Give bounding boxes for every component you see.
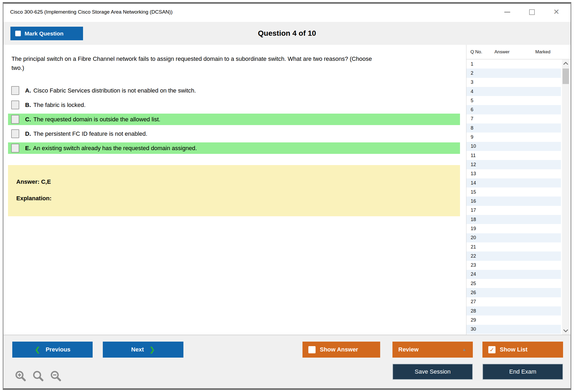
- title-bar: Cisco 300-625 (Implementing Cisco Storag…: [3, 4, 571, 22]
- question-number: 4: [466, 89, 473, 94]
- show-list-checkbox-icon: ✓: [488, 346, 496, 353]
- question-list-row[interactable]: 28: [466, 306, 561, 315]
- option-b-letter: B.: [25, 102, 31, 108]
- option-c-checkbox[interactable]: [11, 115, 19, 124]
- question-list-row[interactable]: 13: [466, 169, 561, 178]
- question-list-sidebar: Q No. Answer Marked 12345678910111213141…: [466, 45, 571, 335]
- scroll-down-icon[interactable]: [562, 327, 569, 335]
- scrollbar-thumb[interactable]: [563, 69, 569, 84]
- question-list-row[interactable]: 1: [466, 59, 561, 69]
- question-list-header: Q No. Answer Marked: [466, 45, 571, 59]
- option-row-b[interactable]: B.The fabric is locked.: [8, 99, 460, 111]
- review-button[interactable]: Review ▲: [392, 342, 473, 358]
- question-list-row[interactable]: 5: [466, 96, 561, 105]
- question-list-row[interactable]: 18: [466, 215, 561, 224]
- column-answer: Answer: [494, 49, 535, 55]
- exam-window: Cisco 300-625 (Implementing Cisco Storag…: [3, 2, 571, 390]
- question-number: 23: [466, 262, 476, 268]
- option-d-letter: D.: [25, 130, 31, 137]
- question-number: 20: [466, 235, 476, 241]
- previous-chevron-icon: ❮: [34, 346, 40, 353]
- maximize-icon: [529, 9, 535, 15]
- question-list-body: 1234567891011121314151617181920212223242…: [466, 59, 561, 334]
- question-list-row[interactable]: 23: [466, 261, 561, 270]
- question-number: 14: [466, 180, 476, 186]
- zoom-reset-icon[interactable]: [32, 370, 45, 383]
- question-list-row[interactable]: 11: [466, 151, 561, 160]
- question-list-row[interactable]: 3: [466, 78, 561, 87]
- question-list-row[interactable]: 24: [466, 270, 561, 279]
- question-number: 5: [466, 98, 473, 103]
- question-list-row[interactable]: 7: [466, 114, 561, 123]
- answer-box: Answer: C,E Explanation:: [8, 165, 460, 216]
- question-list-row[interactable]: 15: [466, 187, 561, 197]
- question-list-row[interactable]: 19: [466, 224, 561, 233]
- answer-label: Answer: C,E: [16, 178, 460, 185]
- option-e-checkbox[interactable]: [11, 144, 19, 153]
- question-number: 9: [466, 134, 473, 140]
- question-list-row[interactable]: 20: [466, 233, 561, 242]
- question-number: 30: [466, 326, 476, 332]
- mark-question-label: Mark Question: [25, 30, 64, 37]
- option-a-text: Cisco Fabric Services distribution is no…: [33, 87, 196, 94]
- show-answer-button[interactable]: Show Answer: [302, 342, 380, 358]
- option-row-c[interactable]: C.The requested domain is outside the al…: [8, 114, 460, 125]
- question-list-row[interactable]: 25: [466, 279, 561, 288]
- option-a-checkbox[interactable]: [11, 86, 19, 95]
- next-label: Next: [131, 346, 144, 353]
- mark-question-checkbox-icon: [15, 31, 21, 36]
- scroll-up-icon[interactable]: [562, 59, 569, 67]
- question-list-row[interactable]: 27: [466, 297, 561, 306]
- next-chevron-icon: ❯: [149, 346, 155, 353]
- question-list-row[interactable]: 2: [466, 69, 561, 78]
- zoom-out-icon[interactable]: [49, 370, 62, 383]
- question-list-row[interactable]: 29: [466, 315, 561, 325]
- question-list-row[interactable]: 16: [466, 197, 561, 206]
- previous-label: Previous: [46, 346, 70, 353]
- next-button[interactable]: Next ❯: [103, 342, 183, 358]
- show-list-button[interactable]: ✓ Show List: [482, 342, 563, 358]
- show-list-label: Show List: [500, 346, 528, 353]
- save-session-button[interactable]: Save Session: [392, 364, 473, 380]
- zoom-in-icon[interactable]: [14, 370, 27, 383]
- question-list-row[interactable]: 8: [466, 123, 561, 133]
- close-button[interactable]: ✕: [552, 8, 560, 16]
- option-row-d[interactable]: D.The persistent FC ID feature is not en…: [8, 128, 460, 139]
- question-number: 7: [466, 116, 473, 122]
- question-list-row[interactable]: 4: [466, 87, 561, 96]
- question-number: 19: [466, 226, 476, 231]
- column-qno: Q No.: [466, 49, 494, 55]
- question-list-row[interactable]: 30: [466, 325, 561, 334]
- column-marked: Marked: [535, 49, 571, 55]
- question-number: 3: [466, 79, 473, 85]
- question-list-row[interactable]: 17: [466, 206, 561, 215]
- footer-bar: ❮ Previous Next ❯ Show Answer Review ▲ ✓…: [3, 335, 571, 388]
- question-list-row[interactable]: 10: [466, 142, 561, 151]
- end-exam-button[interactable]: End Exam: [482, 364, 563, 380]
- option-row-a[interactable]: A.Cisco Fabric Services distribution is …: [8, 85, 460, 96]
- sidebar-scrollbar[interactable]: [562, 59, 569, 335]
- question-number: 25: [466, 281, 476, 286]
- mark-question-button[interactable]: Mark Question: [10, 27, 83, 40]
- question-list-row[interactable]: 12: [466, 160, 561, 169]
- option-d-checkbox[interactable]: [11, 129, 19, 138]
- minimize-button[interactable]: [503, 8, 511, 16]
- maximize-button[interactable]: [528, 8, 536, 16]
- window-controls: ✕: [503, 8, 560, 16]
- question-list-row[interactable]: 6: [466, 105, 561, 114]
- save-session-label: Save Session: [415, 368, 451, 375]
- option-b-checkbox[interactable]: [11, 101, 19, 109]
- show-answer-checkbox-icon: [308, 346, 316, 353]
- question-list-row[interactable]: 22: [466, 251, 561, 261]
- previous-button[interactable]: ❮ Previous: [12, 342, 93, 358]
- option-e-letter: E.: [25, 145, 31, 151]
- question-list-row[interactable]: 9: [466, 133, 561, 142]
- question-list-row[interactable]: 26: [466, 288, 561, 297]
- question-number: 16: [466, 198, 476, 204]
- question-list-row[interactable]: 21: [466, 242, 561, 251]
- option-c-text: The requested domain is outside the allo…: [33, 116, 160, 123]
- option-b-text: The fabric is locked.: [33, 102, 86, 108]
- option-row-e[interactable]: E.An existing switch already has the req…: [8, 142, 460, 154]
- question-list-row[interactable]: 14: [466, 178, 561, 187]
- question-number: 26: [466, 290, 476, 295]
